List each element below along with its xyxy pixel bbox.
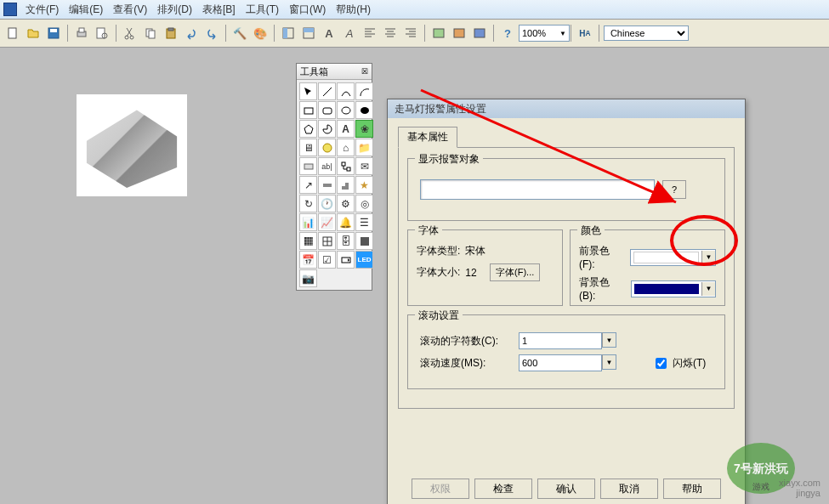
arc-icon[interactable] (355, 82, 373, 100)
polygon-icon[interactable] (299, 120, 317, 138)
line-icon[interactable] (318, 82, 336, 100)
menu-window[interactable]: 窗口(W) (284, 3, 331, 17)
align-right-icon[interactable] (401, 24, 420, 42)
align-center-icon[interactable] (381, 24, 400, 42)
font-button[interactable]: 字体(F)... (490, 263, 540, 281)
font-a2-icon[interactable]: A (340, 24, 359, 42)
cut-icon[interactable] (121, 24, 139, 42)
scroll-speed-select[interactable] (519, 354, 602, 371)
help-icon[interactable]: ? (498, 24, 517, 42)
svg-rect-12 (168, 28, 173, 31)
checkbox-tool-icon[interactable]: ☑ (318, 251, 336, 269)
save-icon[interactable] (44, 24, 63, 42)
open-icon[interactable] (24, 24, 43, 42)
undo-icon[interactable] (182, 24, 201, 42)
grid3-icon[interactable] (355, 232, 373, 250)
grid-icon[interactable] (299, 232, 317, 250)
menu-help[interactable]: 帮助(H) (331, 3, 376, 17)
layout1-icon[interactable] (279, 24, 298, 42)
ellipse-icon[interactable] (337, 101, 355, 119)
close-icon[interactable]: ☒ (361, 67, 368, 76)
flash-checkbox[interactable]: 闪烁(T) (652, 355, 706, 371)
folder-tool-icon[interactable]: 📁 (355, 139, 373, 156)
ha-icon[interactable]: HA (576, 24, 594, 42)
chart-icon[interactable]: 📊 (299, 213, 317, 231)
grid2-icon[interactable] (318, 232, 336, 250)
alarm-group: 显示报警对象 ? (407, 158, 725, 221)
svg-rect-27 (342, 162, 345, 166)
refresh-icon[interactable]: ↻ (299, 195, 317, 212)
tab-basic[interactable]: 基本属性 (398, 127, 457, 148)
permission-button[interactable]: 权限 (412, 479, 469, 499)
elbow-icon[interactable] (337, 176, 355, 194)
hammer-icon[interactable]: 🔨 (230, 24, 249, 42)
new-icon[interactable] (3, 24, 22, 42)
trend-icon[interactable]: 📈 (318, 213, 336, 231)
svg-rect-29 (304, 237, 313, 246)
monitor-icon[interactable]: 🖥 (299, 139, 317, 156)
calendar-icon[interactable]: 📅 (299, 251, 317, 269)
led-icon[interactable]: LED (355, 251, 373, 269)
font-a-icon[interactable]: A (320, 24, 338, 42)
photo-icon[interactable]: 📷 (299, 269, 317, 287)
svg-line-20 (323, 88, 332, 96)
menu-file[interactable]: 文件(F) (20, 3, 64, 17)
button-icon[interactable] (299, 157, 317, 175)
pointer-icon[interactable] (299, 82, 317, 100)
list-tool-icon[interactable]: ☰ (355, 213, 373, 231)
star-icon[interactable]: ★ (355, 176, 373, 194)
pipe-icon[interactable] (318, 176, 336, 194)
arrow-tool-icon[interactable]: ↗ (299, 176, 317, 194)
svg-rect-0 (9, 28, 16, 38)
email-icon[interactable]: ✉ (355, 157, 373, 175)
combo-icon[interactable] (337, 251, 355, 269)
print-preview-icon[interactable] (93, 24, 111, 42)
db-icon[interactable]: 🗄 (337, 232, 355, 250)
menu-tools[interactable]: 工具(T) (241, 3, 284, 17)
tree-icon[interactable] (337, 157, 355, 175)
palette-icon[interactable]: 🎨 (251, 24, 270, 42)
roundrect-icon[interactable] (318, 101, 336, 119)
browse-button[interactable]: ? (662, 180, 686, 199)
paste-icon[interactable] (162, 24, 180, 42)
home-icon[interactable]: ⌂ (337, 139, 355, 156)
svg-point-25 (323, 144, 332, 152)
menu-table[interactable]: 表格[B] (197, 3, 241, 17)
align-left-icon[interactable] (361, 24, 379, 42)
text-icon[interactable]: A (337, 120, 355, 138)
obj1-icon[interactable] (318, 139, 336, 156)
menu-arrange[interactable]: 排列(D) (152, 3, 197, 17)
menu-view[interactable]: 查看(V) (108, 3, 152, 17)
rect-icon[interactable] (299, 101, 317, 119)
copy-icon[interactable] (141, 24, 160, 42)
ok-button[interactable]: 确认 (537, 479, 595, 499)
layout2-icon[interactable] (299, 24, 318, 42)
pie-icon[interactable] (318, 120, 336, 138)
image1-icon[interactable] (429, 24, 448, 42)
filled-ellipse-icon[interactable] (355, 101, 373, 119)
curve-icon[interactable] (337, 82, 355, 100)
check-button[interactable]: 检查 (474, 479, 532, 499)
image3-icon[interactable] (470, 24, 489, 42)
clock-icon[interactable]: 🕐 (318, 195, 336, 212)
language-select[interactable]: Chinese (604, 25, 689, 41)
bg-color-select[interactable]: ▼ (631, 280, 716, 297)
scroll-chars-select[interactable] (519, 332, 602, 349)
watermark-text: xiayx.com jingya (779, 478, 820, 498)
redo-icon[interactable] (202, 24, 221, 42)
print-icon[interactable] (72, 24, 91, 42)
bell-icon[interactable]: 🔔 (337, 213, 355, 231)
thumbnail-image (77, 94, 187, 196)
image2-icon[interactable] (450, 24, 468, 42)
target-icon[interactable]: ◎ (355, 195, 373, 212)
menu-bar: 文件(F) 编辑(E) 查看(V) 排列(D) 表格[B] 工具(T) 窗口(W… (0, 0, 829, 20)
color-tool-icon[interactable]: ❀ (355, 120, 373, 138)
svg-rect-21 (304, 108, 313, 114)
alarm-object-input[interactable] (420, 179, 655, 200)
menu-edit[interactable]: 编辑(E) (64, 3, 108, 17)
gear-icon[interactable]: ⚙ (337, 195, 355, 212)
toolbox-titlebar: 工具箱☒ (297, 64, 372, 80)
input-icon[interactable]: ab| (318, 157, 336, 175)
cancel-button[interactable]: 取消 (600, 479, 658, 499)
toolbox-panel[interactable]: 工具箱☒ A ❀ 🖥 ⌂ 📁 ab| ✉ ↗ ★ ↻ 🕐 ⚙ ◎ 📊 📈 🔔 ☰… (296, 63, 372, 291)
